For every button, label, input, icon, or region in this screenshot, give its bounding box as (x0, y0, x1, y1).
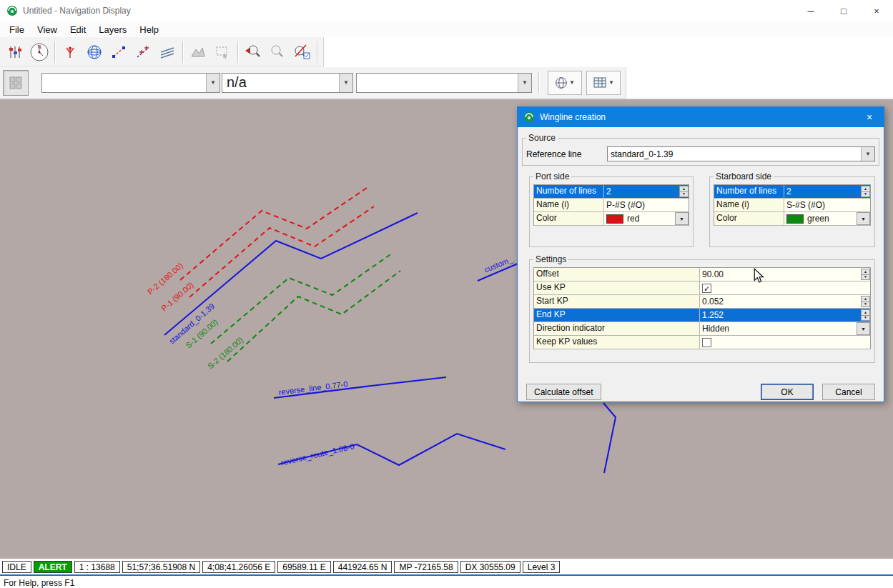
wingline-S-2[interactable] (227, 271, 400, 362)
port-name-row[interactable]: Name (i) P-#S (#O) (534, 199, 689, 212)
chevron-down-icon[interactable]: ▼ (857, 322, 870, 335)
chevron-down-icon[interactable]: ▼ (861, 147, 874, 161)
keep-kp-values-field[interactable] (700, 336, 870, 349)
menu-view[interactable]: View (31, 24, 64, 35)
starboard-name-label: Name (i) (714, 199, 784, 211)
port-color-value: red (627, 214, 639, 224)
spinner[interactable]: ▲▼ (861, 269, 870, 280)
use-kp-label: Use KP (534, 281, 700, 294)
port-number-of-lines-value: 2 (606, 186, 611, 196)
starboard-name-field[interactable]: S-#S (#O) (784, 199, 870, 211)
wingline-S-1[interactable] (211, 253, 393, 344)
spin-up-icon[interactable]: ▲ (679, 186, 689, 192)
settings-legend: Settings (533, 254, 568, 264)
spin-up-icon[interactable]: ▲ (861, 309, 870, 316)
spin-down-icon[interactable]: ▼ (679, 192, 689, 198)
chevron-down-icon[interactable]: ▼ (518, 74, 531, 92)
chevron-down-icon[interactable]: ▼ (339, 74, 352, 92)
maximize-button[interactable]: □ (827, 0, 860, 21)
source-group-legend: Source (526, 133, 558, 143)
start-kp-field[interactable]: 0.052 ▲▼ (700, 295, 870, 308)
starboard-number-of-lines-row[interactable]: Number of lines 2 ▲▼ (714, 185, 870, 199)
cancel-button[interactable]: Cancel (822, 384, 875, 400)
compass-icon: N (29, 42, 49, 62)
dialog-titlebar[interactable]: Wingline creation × (518, 107, 884, 127)
globe-button[interactable] (82, 40, 107, 64)
antenna-button[interactable] (58, 40, 82, 64)
offset-row[interactable]: Offset 90.00 ▲▼ (534, 268, 870, 281)
wingline-P-1[interactable] (189, 206, 374, 297)
port-color-row[interactable]: Color red ▼ (534, 212, 689, 226)
toolbar-combo-3[interactable]: ▼ (356, 73, 532, 93)
calculate-offset-button[interactable]: Calculate offset (526, 384, 601, 400)
keep-kp-values-checkbox[interactable] (702, 338, 711, 347)
spinner[interactable]: ▲▼ (861, 296, 870, 307)
parallel-lines-button[interactable] (155, 40, 179, 64)
use-kp-row[interactable]: Use KP ✓ (534, 281, 870, 295)
toolbar-combo-1[interactable]: ▼ (41, 73, 220, 93)
offset-field[interactable]: 90.00 ▲▼ (700, 268, 870, 281)
menu-help[interactable]: Help (133, 24, 165, 35)
spin-up-icon[interactable]: ▲ (861, 186, 870, 192)
spin-down-icon[interactable]: ▼ (861, 302, 870, 308)
dialog-icon (523, 111, 535, 123)
status-mode: IDLE (2, 561, 31, 573)
spin-down-icon[interactable]: ▼ (861, 275, 870, 281)
port-number-of-lines-row[interactable]: Number of lines 2 ▲▼ (534, 185, 689, 199)
toolbar-combo-2[interactable]: n/a ▼ (222, 73, 353, 93)
spin-up-icon[interactable]: ▲ (861, 269, 870, 275)
starboard-name-row[interactable]: Name (i) S-#S (#O) (714, 199, 870, 212)
east-route[interactable] (603, 403, 616, 473)
minimize-button[interactable]: ─ (794, 0, 827, 21)
reverse-line[interactable] (274, 377, 446, 398)
create-wingline-button[interactable] (107, 40, 131, 64)
globe-icon (555, 76, 568, 89)
menu-file[interactable]: File (3, 24, 31, 35)
port-color-label: Color (534, 212, 604, 225)
zoom-previous-button[interactable] (241, 40, 265, 64)
insert-point-button[interactable] (131, 40, 155, 64)
custom-line[interactable] (478, 264, 518, 281)
menu-layers[interactable]: Layers (92, 24, 133, 35)
compass-button[interactable]: N (27, 40, 51, 64)
ok-button[interactable]: OK (761, 384, 814, 400)
sliders-button[interactable] (3, 40, 27, 64)
port-name-field[interactable]: P-#S (#O) (604, 199, 689, 211)
spin-up-icon[interactable]: ▲ (861, 296, 870, 302)
port-number-of-lines-field[interactable]: 2 ▲▼ (604, 185, 689, 198)
starboard-color-value: green (807, 214, 829, 224)
start-kp-row[interactable]: Start KP 0.052 ▲▼ (534, 295, 870, 309)
map-canvas[interactable]: P-2 (180.00)P-1 (90.00)standard_0-1.39S-… (0, 99, 893, 559)
end-kp-row[interactable]: End KP 1.252 ▲▼ (534, 309, 870, 322)
port-color-field[interactable]: red ▼ (604, 212, 689, 225)
chevron-down-icon[interactable]: ▼ (206, 74, 219, 92)
zoom-settings-button[interactable] (290, 40, 314, 64)
starboard-color-row[interactable]: Color green ▼ (714, 212, 870, 226)
globe-view-dropdown-button[interactable]: ▼ (548, 71, 582, 95)
layers-toolbar: ▼ n/a ▼ ▼ ▼ ▼ (0, 67, 893, 99)
grid-view-dropdown-button[interactable]: ▼ (586, 71, 621, 95)
starboard-color-field[interactable]: green ▼ (784, 212, 870, 225)
chevron-down-icon[interactable]: ▼ (675, 212, 689, 225)
spin-down-icon[interactable]: ▼ (861, 316, 870, 322)
spinner[interactable]: ▲▼ (679, 186, 689, 197)
keep-kp-values-row[interactable]: Keep KP values (534, 336, 870, 349)
direction-indicator-row[interactable]: Direction indicator Hidden ▼ (534, 322, 870, 336)
end-kp-field[interactable]: 1.252 ▲▼ (700, 309, 870, 322)
direction-indicator-field[interactable]: Hidden ▼ (700, 322, 870, 335)
dialog-close-icon[interactable]: × (855, 107, 884, 127)
reference-line-standard[interactable] (164, 213, 418, 335)
spinner[interactable]: ▲▼ (861, 309, 870, 321)
use-kp-field[interactable]: ✓ (700, 281, 870, 294)
spinner[interactable]: ▲▼ (861, 186, 870, 197)
spin-down-icon[interactable]: ▼ (861, 192, 870, 198)
starboard-name-value: S-#S (#O) (786, 200, 825, 210)
reference-line-combobox[interactable]: standard_0-1.39 ▼ (607, 146, 875, 161)
menu-edit[interactable]: Edit (64, 24, 92, 35)
reverse-route[interactable] (278, 434, 505, 465)
wingline-P-2[interactable] (180, 188, 367, 280)
starboard-number-of-lines-field[interactable]: 2 ▲▼ (784, 185, 870, 198)
close-button[interactable]: × (860, 0, 893, 21)
chevron-down-icon[interactable]: ▼ (857, 212, 870, 225)
use-kp-checkbox[interactable]: ✓ (702, 284, 711, 293)
